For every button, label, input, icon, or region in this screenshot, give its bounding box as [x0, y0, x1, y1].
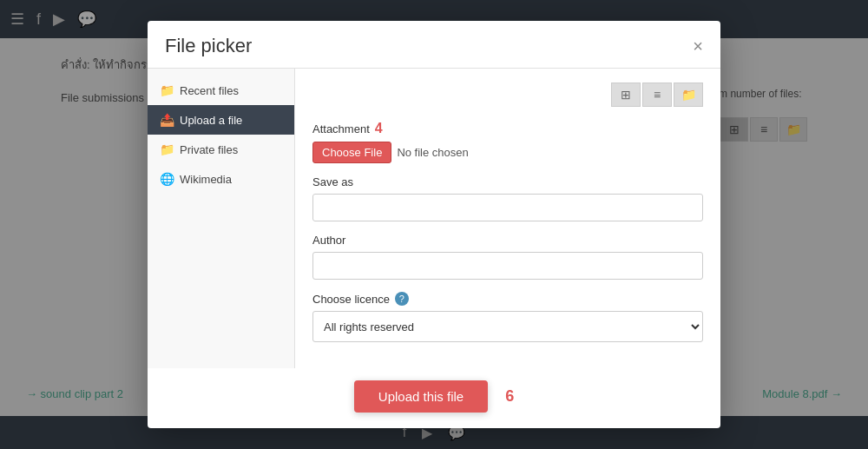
modal-main-content: ⊞ ≡ 📁 Attachment 4 Choose File No file c… — [295, 69, 720, 368]
sidebar-item-upload-file[interactable]: 📤 Upload a file — [148, 105, 294, 135]
sidebar-item-upload-label: Upload a file — [180, 114, 242, 127]
sidebar-item-private-files-label: Private files — [180, 143, 238, 156]
modal-body: 📁 Recent files 📤 Upload a file 📁 Private… — [148, 69, 720, 368]
modal-view-toggle: ⊞ ≡ 📁 — [312, 83, 703, 107]
author-label: Author — [312, 234, 703, 247]
modal-folder-view-btn[interactable]: 📁 — [674, 83, 703, 107]
licence-section: Choose licence ? All rights reserved Pub… — [312, 292, 703, 342]
modal-grid-view-btn[interactable]: ⊞ — [611, 83, 641, 107]
modal-title: File picker — [165, 35, 252, 57]
author-input[interactable] — [312, 252, 703, 280]
attachment-section: Attachment 4 Choose File No file chosen — [312, 121, 703, 163]
licence-help-icon[interactable]: ? — [395, 292, 409, 306]
modal-close-button[interactable]: × — [693, 37, 703, 55]
sidebar-item-recent-files[interactable]: 📁 Recent files — [148, 76, 294, 105]
modal-overlay[interactable]: File picker × 📁 Recent files 📤 Upload a … — [0, 0, 868, 449]
modal-footer: Upload this file 6 — [148, 368, 720, 428]
save-as-input[interactable] — [312, 194, 703, 221]
sidebar-item-wikimedia-label: Wikimedia — [180, 173, 232, 186]
sidebar-item-wikimedia[interactable]: 🌐 Wikimedia — [148, 164, 294, 194]
author-section: Author — [312, 234, 703, 280]
recent-files-icon: 📁 — [160, 83, 174, 97]
attachment-label: Attachment 4 — [312, 121, 703, 136]
sidebar-item-recent-files-label: Recent files — [180, 84, 239, 97]
no-file-text: No file chosen — [397, 146, 468, 159]
attachment-step-badge: 4 — [375, 121, 383, 136]
upload-step-badge: 6 — [505, 387, 514, 406]
sidebar: 📁 Recent files 📤 Upload a file 📁 Private… — [148, 69, 295, 368]
save-as-section: Save as — [312, 175, 703, 221]
upload-file-icon: 📤 — [160, 113, 174, 127]
choose-file-button[interactable]: Choose File — [312, 142, 391, 163]
licence-select[interactable]: All rights reserved Public domain Creati… — [312, 311, 703, 342]
wikimedia-icon: 🌐 — [160, 172, 174, 186]
private-files-icon: 📁 — [160, 142, 174, 156]
file-picker-modal: File picker × 📁 Recent files 📤 Upload a … — [148, 21, 720, 428]
choose-licence-label: Choose licence ? — [312, 292, 703, 306]
modal-list-view-btn[interactable]: ≡ — [642, 83, 672, 107]
modal-header: File picker × — [148, 21, 720, 69]
save-as-label: Save as — [312, 175, 703, 188]
upload-this-file-button[interactable]: Upload this file — [354, 380, 488, 413]
sidebar-item-private-files[interactable]: 📁 Private files — [148, 135, 294, 164]
